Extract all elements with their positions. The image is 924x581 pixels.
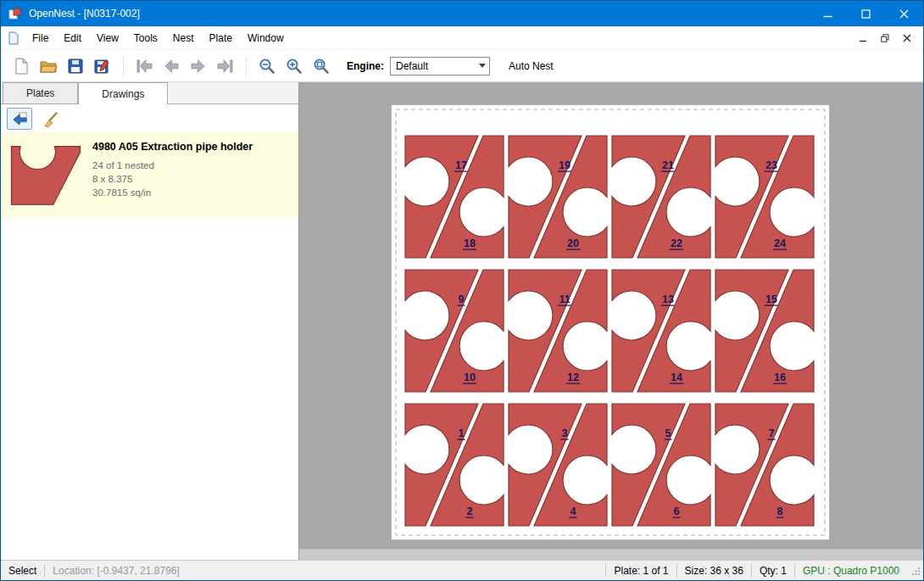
part-number[interactable]: 3 — [562, 427, 568, 439]
nav-first-button[interactable] — [131, 53, 158, 79]
zoom-fit-button[interactable] — [308, 53, 335, 79]
part-number-underline — [664, 439, 671, 440]
part-number-underline — [457, 305, 465, 306]
save-as-button[interactable] — [89, 53, 116, 79]
part-number[interactable]: 20 — [567, 237, 579, 249]
part-number[interactable]: 13 — [662, 293, 674, 305]
part-number[interactable]: 6 — [674, 506, 680, 517]
zoom-out-button[interactable] — [253, 53, 281, 79]
clear-button[interactable] — [38, 108, 64, 130]
drawing-size: 8 x 8.375 — [92, 172, 253, 186]
zoom-fit-icon — [312, 57, 331, 75]
canvas-viewport[interactable]: 171819202122232491011121314151612345678 — [299, 82, 923, 549]
part-number-underline — [560, 439, 568, 440]
mdi-close-button[interactable] — [896, 29, 918, 47]
menu-edit[interactable]: Edit — [56, 26, 89, 49]
nested-pair: 1718 — [405, 136, 504, 258]
close-button[interactable] — [885, 1, 923, 26]
new-file-button[interactable] — [8, 53, 35, 79]
nested-pair: 1112 — [509, 270, 607, 392]
panel-tab-strip: Plates Drawings — [1, 82, 298, 104]
part-number[interactable]: 18 — [464, 237, 476, 249]
save-button[interactable] — [62, 53, 89, 79]
part-number[interactable]: 2 — [467, 506, 473, 517]
plate-sheet[interactable]: 171819202122232491011121314151612345678 — [391, 104, 830, 540]
menu-window[interactable]: Window — [240, 26, 292, 49]
part-number[interactable]: 17 — [455, 159, 467, 171]
part-number-underline — [670, 249, 683, 250]
return-arrow-button[interactable] — [7, 108, 32, 130]
app-icon — [8, 7, 22, 20]
mdi-restore-button[interactable] — [874, 29, 896, 47]
part-number[interactable]: 23 — [765, 159, 777, 171]
nav-prev-button[interactable] — [158, 53, 185, 79]
title-bar[interactable]: OpenNest - [N0317-002] — [1, 1, 923, 26]
left-panel: Plates Drawings 4980 A05 Extraction pip — [1, 82, 299, 560]
status-size: Size: 36 x 36 — [677, 561, 751, 580]
part-number-underline — [661, 305, 675, 306]
menu-plate[interactable]: Plate — [202, 26, 240, 49]
save-edit-icon — [93, 57, 112, 75]
tab-plates[interactable]: Plates — [3, 82, 78, 103]
nested-pair: 1314 — [612, 270, 710, 392]
nav-last-button[interactable] — [212, 53, 239, 79]
status-mode: Select — [1, 561, 44, 580]
auto-nest-button[interactable]: Auto Nest — [504, 58, 559, 75]
chevron-down-icon[interactable] — [475, 58, 489, 75]
part-number[interactable]: 5 — [665, 427, 671, 439]
nest-plate-svg[interactable]: 171819202122232491011121314151612345678 — [392, 105, 829, 539]
part-number-underline — [765, 305, 778, 306]
zoom-in-icon — [285, 57, 303, 75]
canvas-horizontal-scrollbar[interactable] — [299, 549, 923, 560]
mdi-minimize-icon — [859, 34, 867, 42]
menu-nest[interactable]: Nest — [165, 26, 202, 49]
nested-pair: 56 — [612, 404, 710, 526]
zoom-in-button[interactable] — [281, 53, 308, 79]
maximize-icon — [861, 9, 871, 19]
minimize-icon — [823, 9, 832, 19]
engine-select[interactable]: Default — [390, 57, 490, 75]
part-number[interactable]: 4 — [571, 506, 576, 517]
maximize-button[interactable] — [847, 1, 885, 26]
part-number[interactable]: 8 — [777, 506, 783, 517]
open-file-button[interactable] — [35, 53, 62, 79]
tab-drawings[interactable]: Drawings — [78, 82, 168, 104]
part-number-underline — [566, 383, 580, 384]
part-number[interactable]: 24 — [774, 237, 786, 249]
part-number-underline — [672, 517, 680, 518]
part-number[interactable]: 10 — [464, 372, 476, 383]
part-number[interactable]: 7 — [769, 427, 775, 439]
nested-pair: 2122 — [612, 136, 710, 258]
part-number[interactable]: 9 — [459, 293, 465, 305]
menu-file[interactable]: File — [25, 26, 56, 49]
status-gpu: GPU : Quadro P1000 — [795, 561, 907, 580]
part-number-underline — [463, 249, 476, 250]
nested-pair: 2324 — [715, 136, 814, 258]
part-number[interactable]: 14 — [671, 372, 682, 383]
mdi-restore-icon — [881, 34, 889, 42]
part-number[interactable]: 15 — [765, 293, 777, 305]
resize-grip[interactable] — [907, 567, 923, 575]
menu-tools[interactable]: Tools — [126, 26, 165, 49]
nav-next-button[interactable] — [185, 53, 212, 79]
part-number-underline — [767, 439, 775, 440]
document-system-icon[interactable] — [8, 31, 19, 45]
part-number[interactable]: 19 — [559, 159, 571, 171]
next-plate-icon — [189, 57, 208, 75]
part-number[interactable]: 12 — [567, 372, 579, 383]
part-number[interactable]: 11 — [559, 293, 570, 305]
drawing-area: 30.7815 sq/in — [92, 186, 253, 199]
part-number[interactable]: 22 — [671, 237, 682, 249]
menu-view[interactable]: View — [89, 26, 126, 49]
part-number[interactable]: 16 — [774, 372, 786, 383]
minimize-button[interactable] — [809, 1, 847, 26]
first-plate-icon — [135, 57, 153, 75]
status-bar: Select Location: [-0.9437, 21.8796] Plat… — [1, 560, 923, 580]
part-number[interactable]: 21 — [662, 159, 674, 171]
nesting-canvas[interactable]: 171819202122232491011121314151612345678 — [299, 82, 923, 560]
part-number-underline — [454, 171, 468, 172]
mdi-minimize-button[interactable] — [852, 29, 874, 47]
nested-pair: 78 — [715, 404, 814, 526]
drawing-list-item[interactable]: 4980 A05 Extraction pipe holder 24 of 1 … — [1, 132, 298, 218]
part-number[interactable]: 1 — [459, 427, 465, 439]
